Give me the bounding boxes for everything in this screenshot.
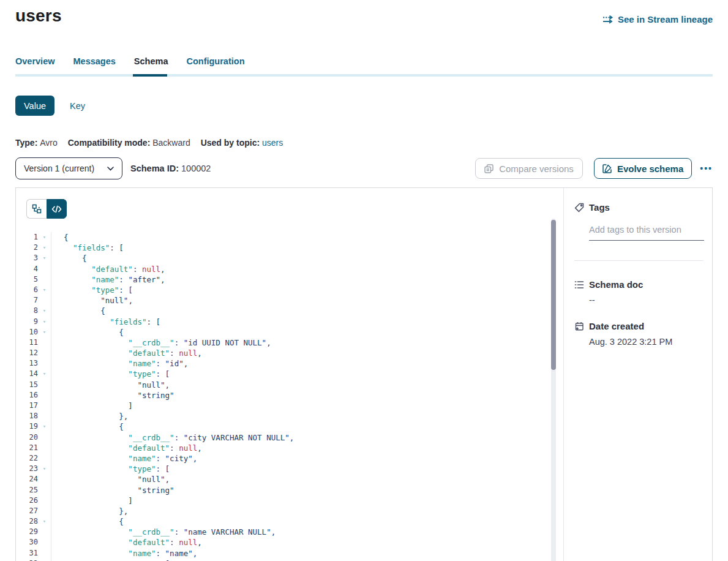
- code-line: 22 "name": "city",: [16, 453, 563, 464]
- fold-caret-icon[interactable]: ▾: [38, 327, 51, 337]
- code-line: 7 "null",: [16, 295, 563, 306]
- fold-caret-icon[interactable]: ▾: [38, 232, 51, 243]
- code-text: "default": null,: [51, 348, 202, 358]
- code-line: 28▾ {: [16, 516, 563, 527]
- code-line: 26 ]: [16, 495, 563, 506]
- tab-active-indicator: [133, 74, 167, 77]
- schema-doc-value: --: [589, 295, 704, 305]
- line-number: 14: [16, 369, 38, 379]
- tab-configuration[interactable]: Configuration: [186, 56, 244, 66]
- scrollbar-track[interactable]: [551, 219, 556, 561]
- line-number: 23: [16, 464, 38, 474]
- schema-sidebar: Tags Schema doc --: [563, 188, 712, 561]
- meta-label: Compatibility mode:: [68, 138, 152, 148]
- more-options-button[interactable]: •••: [700, 164, 713, 173]
- code-text: "null",: [51, 380, 170, 390]
- compare-versions-button[interactable]: Compare versions: [475, 158, 583, 179]
- see-in-stream-lineage-link[interactable]: See in Stream lineage: [602, 14, 713, 24]
- code-text: {: [51, 253, 87, 263]
- fold-caret-empty: [38, 548, 51, 559]
- code-text: "fields": [: [51, 243, 124, 253]
- meta-used-by-topic: Used by topic: users: [201, 138, 283, 148]
- code-text: "name": "id",: [51, 358, 188, 369]
- code-text: "string": [51, 390, 174, 401]
- line-number: 9: [16, 317, 38, 327]
- fold-caret-icon[interactable]: ▾: [38, 317, 51, 327]
- line-number: 11: [16, 337, 38, 348]
- meta-value[interactable]: users: [262, 138, 283, 148]
- tab-overview[interactable]: Overview: [15, 56, 55, 66]
- code-line: 6▾ "type": [: [16, 285, 563, 295]
- date-created-value: Aug. 3 2022 3:21 PM: [589, 337, 704, 347]
- code-view-button[interactable]: [47, 199, 67, 219]
- code-line: 16 "string": [16, 390, 563, 401]
- fold-caret-empty: [38, 264, 51, 274]
- sidebar-divider: [574, 260, 704, 261]
- code-line: 8▾ {: [16, 306, 563, 316]
- key-tab-link[interactable]: Key: [70, 101, 85, 111]
- fold-caret-icon[interactable]: ▾: [38, 243, 51, 253]
- fold-caret-icon[interactable]: ▾: [38, 285, 51, 295]
- fold-caret-icon[interactable]: ▾: [38, 253, 51, 263]
- tag-icon: [574, 203, 584, 213]
- code-line: 24 "null",: [16, 474, 563, 484]
- code-text: },: [51, 411, 128, 421]
- meta-value: Avro: [40, 138, 58, 148]
- add-tags-input[interactable]: [589, 225, 704, 241]
- compare-versions-icon: [484, 164, 493, 173]
- meta-compatibility-mode: Compatibility mode: Backward: [68, 138, 190, 148]
- line-number: 19: [16, 421, 38, 432]
- fold-caret-icon[interactable]: ▾: [38, 421, 51, 432]
- line-number: 5: [16, 274, 38, 285]
- fold-caret-icon[interactable]: ▾: [38, 464, 51, 474]
- line-number: 17: [16, 401, 38, 411]
- schema-id-value: 100002: [181, 164, 211, 173]
- code-text: "null",: [51, 295, 133, 306]
- scrollbar-thumb[interactable]: [551, 220, 556, 370]
- tab-messages[interactable]: Messages: [73, 56, 116, 66]
- code-text: "name": "city",: [51, 453, 197, 464]
- fold-caret-empty: [38, 348, 51, 358]
- code-text: {: [51, 516, 124, 527]
- evolve-schema-button[interactable]: Evolve schema: [594, 158, 692, 179]
- line-number: 10: [16, 327, 38, 337]
- schema-id: Schema ID: 100002: [130, 164, 211, 173]
- line-number: 28: [16, 516, 38, 527]
- value-key-segment: Value Key: [15, 96, 713, 116]
- value-tab-button[interactable]: Value: [15, 96, 54, 116]
- code-text: "default": null,: [51, 264, 165, 274]
- code-line: 25 "string": [16, 485, 563, 495]
- tree-view-button[interactable]: [26, 199, 47, 219]
- evolve-schema-label: Evolve schema: [617, 164, 683, 174]
- code-line: 12 "default": null,: [16, 348, 563, 358]
- code-text: "type": [: [51, 464, 170, 474]
- view-toggle-group: [26, 199, 67, 219]
- fold-caret-icon[interactable]: ▾: [38, 369, 51, 379]
- version-select-value: Version 1 (current): [24, 164, 94, 173]
- line-number: 32: [16, 559, 38, 561]
- code-line: 20 "__crdb__": "city VARCHAR NOT NULL",: [16, 432, 563, 443]
- fold-caret-empty: [38, 485, 51, 495]
- tab-schema[interactable]: Schema: [134, 56, 168, 66]
- code-text: {: [51, 232, 69, 243]
- code-line: 31 "name": "name",: [16, 548, 563, 559]
- fold-caret-empty: [38, 295, 51, 306]
- meta-label: Type:: [15, 138, 40, 148]
- code-text: {: [51, 327, 124, 337]
- line-number: 8: [16, 306, 38, 316]
- line-number: 13: [16, 358, 38, 369]
- fold-caret-icon[interactable]: ▾: [38, 559, 51, 561]
- fold-caret-empty: [38, 401, 51, 411]
- version-select[interactable]: Version 1 (current): [15, 157, 122, 179]
- fold-caret-icon[interactable]: ▾: [38, 306, 51, 316]
- code-line: 15 "null",: [16, 380, 563, 390]
- code-line: 3▾ {: [16, 253, 563, 263]
- line-number: 20: [16, 432, 38, 443]
- code-line: 18 },: [16, 411, 563, 421]
- stream-lineage-icon: [602, 15, 614, 24]
- code-line: 14▾ "type": [: [16, 369, 563, 379]
- code-text: },: [51, 506, 128, 516]
- code-text: ]: [51, 495, 133, 506]
- code-text: "null",: [51, 474, 170, 484]
- fold-caret-icon[interactable]: ▾: [38, 516, 51, 527]
